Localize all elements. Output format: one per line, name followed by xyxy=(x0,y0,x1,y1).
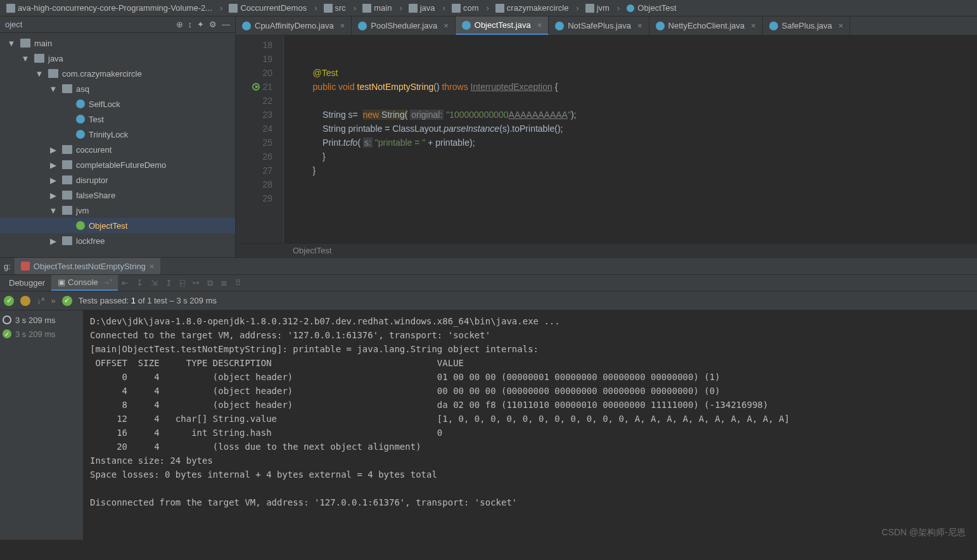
step-into-icon[interactable]: ↧ xyxy=(132,278,147,288)
editor-tab[interactable]: NotSafePlus.java× xyxy=(549,16,649,35)
close-icon[interactable]: × xyxy=(444,21,449,30)
code-area[interactable]: 181920212223242526272829 @Test public vo… xyxy=(236,35,977,243)
tree-node[interactable]: ▶disruptor xyxy=(0,172,235,188)
layout-icon[interactable]: ⠿ xyxy=(231,278,245,288)
test-tree[interactable]: 3 s 209 ms✓3 s 209 ms xyxy=(0,310,84,540)
expand-arrow-icon[interactable]: ▼ xyxy=(20,54,30,63)
chevron-icon[interactable]: » xyxy=(51,296,56,305)
gutter-line[interactable]: 23 xyxy=(236,108,272,122)
gutter-line[interactable]: 21 xyxy=(236,80,272,94)
breadcrumb-item[interactable]: CoccurrentDemos xyxy=(216,3,310,13)
close-icon[interactable]: × xyxy=(150,262,155,271)
code-line[interactable] xyxy=(303,94,977,108)
tree-node[interactable]: TrinityLock xyxy=(0,127,235,142)
expand-arrow-icon[interactable]: ▼ xyxy=(34,69,44,79)
expand-arrow-icon[interactable]: ▼ xyxy=(48,84,58,94)
project-tool-icon[interactable]: — xyxy=(222,20,230,29)
code-line[interactable]: @Test xyxy=(303,66,977,80)
expand-arrow-icon[interactable]: ▶ xyxy=(48,191,58,200)
console-tab[interactable]: ▣ Console →' xyxy=(51,275,118,291)
step-over-icon[interactable]: ⇤ xyxy=(118,278,132,288)
code-line[interactable]: } xyxy=(303,150,977,163)
run-test-icon[interactable] xyxy=(252,83,260,91)
close-icon[interactable]: × xyxy=(637,21,642,30)
console-output[interactable]: D:\dev\jdk\java-1.8.0-openjdk-1.8.0.312-… xyxy=(84,310,977,540)
debugger-tab[interactable]: Debugger xyxy=(3,275,51,291)
tree-node[interactable]: SelfLock xyxy=(0,96,235,111)
test-warn-icon[interactable] xyxy=(20,296,30,306)
tree-node[interactable]: ▼com.crazymakercircle xyxy=(0,66,235,81)
close-icon[interactable]: × xyxy=(838,21,843,30)
gutter-line[interactable]: 20 xyxy=(236,66,272,80)
tree-node[interactable]: ▶falseShare xyxy=(0,188,235,203)
gutter-line[interactable]: 27 xyxy=(236,163,272,177)
gutter-line[interactable]: 26 xyxy=(236,150,272,163)
close-icon[interactable]: × xyxy=(751,21,756,30)
gutter-line[interactable]: 22 xyxy=(236,94,272,108)
line-gutter[interactable]: 181920212223242526272829 xyxy=(236,35,275,243)
tree-node[interactable]: ▼java xyxy=(0,51,235,66)
trace-icon[interactable]: ≣ xyxy=(217,278,231,288)
expand-arrow-icon[interactable]: ▶ xyxy=(48,145,58,155)
sort-icon[interactable]: ↓ᴬ xyxy=(37,296,45,305)
close-icon[interactable]: × xyxy=(537,20,542,30)
project-title[interactable]: oject xyxy=(5,20,22,29)
editor-tab[interactable]: NettyEchoClient.java× xyxy=(649,16,763,35)
editor-tab[interactable]: ObjectTest.java× xyxy=(456,16,549,35)
editor-tab[interactable]: CpuAffinityDemo.java× xyxy=(236,16,352,35)
gutter-line[interactable]: 28 xyxy=(236,177,272,191)
breadcrumb-item[interactable]: jvm xyxy=(572,3,613,13)
project-tool-icon[interactable]: ⊕ xyxy=(176,20,183,29)
gutter-line[interactable]: 25 xyxy=(236,136,272,150)
run-to-cursor-icon[interactable]: ↦ xyxy=(189,278,203,288)
editor-crumb[interactable]: ObjectTest xyxy=(236,243,977,257)
tree-node[interactable]: Test xyxy=(0,111,235,127)
tree-node[interactable]: ▼jvm xyxy=(0,203,235,218)
expand-arrow-icon[interactable]: ▼ xyxy=(6,39,16,48)
tree-node[interactable]: ▶completableFutureDemo xyxy=(0,157,235,172)
run-config-tab[interactable]: ObjectTest.testNotEmptyString × xyxy=(15,258,161,274)
expand-arrow-icon[interactable]: ▼ xyxy=(48,206,58,215)
test-result-row[interactable]: 3 s 209 ms xyxy=(3,313,80,327)
breadcrumb-item[interactable]: main xyxy=(350,3,396,13)
gutter-line[interactable]: 18 xyxy=(236,38,272,52)
project-tree[interactable]: ▼main▼java▼com.crazymakercircle▼asqSelfL… xyxy=(0,33,235,257)
editor-tab[interactable]: SafePlus.java× xyxy=(763,16,850,35)
tree-node[interactable]: ▶coccurent xyxy=(0,142,235,157)
gutter-line[interactable]: 24 xyxy=(236,122,272,136)
code-text[interactable]: @Test public void testNotEmptyString() t… xyxy=(284,35,977,243)
test-result-row[interactable]: ✓3 s 209 ms xyxy=(3,327,80,341)
code-line[interactable] xyxy=(303,52,977,66)
evaluate-icon[interactable]: ⧉ xyxy=(203,278,217,288)
breadcrumb-item[interactable]: ObjectTest xyxy=(613,3,680,13)
breadcrumb-item[interactable]: com xyxy=(439,3,483,13)
tree-node[interactable]: ▼main xyxy=(0,35,235,51)
expand-arrow-icon[interactable]: ▶ xyxy=(48,175,58,185)
project-tool-icon[interactable]: ⚙ xyxy=(209,20,217,29)
code-line[interactable]: String s= new String( original: "1000000… xyxy=(303,108,977,122)
gutter-line[interactable]: 19 xyxy=(236,52,272,66)
editor-tab[interactable]: PoolSheduler.java× xyxy=(352,16,455,35)
code-line[interactable] xyxy=(303,191,977,205)
console-more-icon[interactable]: →' xyxy=(102,277,112,287)
step-out-icon[interactable]: ↥ xyxy=(162,278,176,288)
breadcrumb-item[interactable]: ava-high-concurrency-core-Programming-Vo… xyxy=(3,3,216,13)
tree-node[interactable]: ▼asq xyxy=(0,81,235,96)
project-tool-icon[interactable]: ↕ xyxy=(188,20,193,29)
test-pass-icon[interactable]: ✓ xyxy=(4,296,14,306)
code-line[interactable]: Print.tcfo( s: "printable = " + printabl… xyxy=(303,136,977,150)
code-line[interactable] xyxy=(303,177,977,191)
fold-column[interactable] xyxy=(275,35,284,243)
expand-arrow-icon[interactable]: ▶ xyxy=(48,236,58,246)
gutter-line[interactable]: 29 xyxy=(236,191,272,205)
expand-arrow-icon[interactable]: ▶ xyxy=(48,160,58,170)
code-line[interactable]: String printable = ClassLayout.parseInst… xyxy=(303,122,977,136)
code-line[interactable] xyxy=(303,38,977,52)
tree-node[interactable]: ObjectTest xyxy=(0,218,235,233)
force-step-icon[interactable]: ⇲ xyxy=(147,278,162,288)
project-tool-icon[interactable]: ✦ xyxy=(197,20,204,29)
close-icon[interactable]: × xyxy=(340,21,345,30)
code-line[interactable]: public void testNotEmptyString() throws … xyxy=(303,80,977,94)
drop-frame-icon[interactable]: ⍇ xyxy=(176,278,189,288)
breadcrumb-item[interactable]: crazymakercircle xyxy=(483,3,573,13)
